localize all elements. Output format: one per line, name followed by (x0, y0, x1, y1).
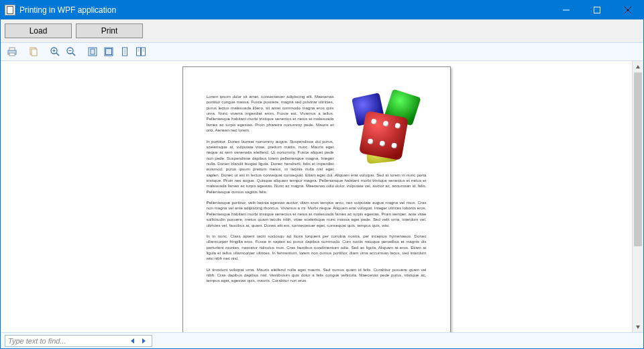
find-bar: Type text to find... (1, 332, 643, 348)
document-page: Lorem ipsum dolor sit amet, consectetuer… (182, 66, 451, 332)
find-next-icon[interactable] (138, 336, 149, 346)
whole-page-icon[interactable] (85, 44, 100, 59)
vertical-scrollbar[interactable] (632, 61, 643, 332)
svg-rect-19 (106, 49, 112, 55)
document-image-dice (339, 94, 427, 168)
svg-line-14 (72, 53, 75, 56)
page-container[interactable]: Lorem ipsum dolor sit amet, consectetuer… (1, 61, 632, 332)
load-button[interactable]: Load (5, 23, 72, 38)
svg-rect-6 (9, 53, 15, 56)
doc-paragraph: In in nunc. Class aptent taciti sociosqu… (207, 234, 427, 262)
maximize-button[interactable] (582, 1, 612, 19)
svg-marker-31 (636, 65, 640, 68)
scroll-up-icon[interactable] (633, 61, 643, 72)
window-frame: Printing in WPF application Load Print (0, 0, 644, 349)
facing-pages-icon[interactable] (133, 44, 148, 59)
scroll-track[interactable] (633, 72, 643, 321)
minimize-button[interactable] (551, 1, 582, 19)
command-bar: Load Print (1, 19, 643, 42)
doc-paragraph: Pellentesque porttitor, velit lacinia eg… (207, 200, 427, 228)
svg-rect-25 (137, 48, 141, 56)
viewer-toolbar (1, 42, 643, 61)
zoom-in-icon[interactable] (48, 44, 62, 59)
app-icon (5, 5, 15, 15)
svg-rect-8 (32, 49, 37, 56)
copy-icon[interactable] (26, 44, 41, 59)
viewer-area: Lorem ipsum dolor sit amet, consectetuer… (1, 61, 643, 332)
svg-marker-34 (142, 338, 146, 344)
find-prev-icon[interactable] (127, 336, 138, 346)
find-input[interactable]: Type text to find... (5, 335, 152, 347)
print-icon[interactable] (5, 44, 19, 59)
svg-line-10 (56, 53, 59, 56)
svg-rect-26 (142, 48, 146, 56)
find-placeholder: Type text to find... (8, 337, 127, 345)
single-page-icon[interactable] (117, 44, 132, 59)
titlebar[interactable]: Printing in WPF application (1, 1, 643, 19)
zoom-out-icon[interactable] (64, 44, 78, 59)
print-button[interactable]: Print (76, 23, 143, 38)
page-width-icon[interactable] (101, 44, 116, 59)
scroll-thumb[interactable] (634, 72, 642, 246)
window-title: Printing in WPF application (19, 5, 116, 15)
svg-rect-20 (123, 48, 127, 56)
svg-rect-17 (91, 49, 95, 54)
client-area: Load Print (1, 19, 643, 348)
svg-marker-33 (131, 338, 134, 344)
scroll-down-icon[interactable] (633, 321, 643, 332)
svg-marker-32 (636, 326, 640, 329)
svg-rect-5 (9, 48, 15, 50)
close-button[interactable] (612, 1, 643, 19)
svg-rect-1 (594, 7, 600, 13)
doc-paragraph: Ut tincidunt volutpat urna. Mauris eleif… (207, 267, 427, 284)
